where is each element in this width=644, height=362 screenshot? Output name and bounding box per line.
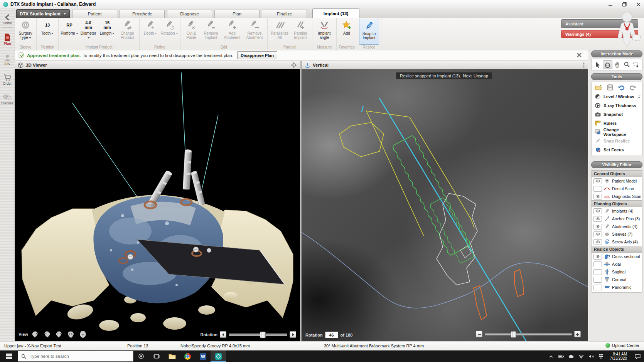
parallelize-all-button[interactable]: Parallelize All <box>270 19 290 45</box>
visibility-checkbox[interactable] <box>593 208 602 214</box>
tab-implant-active[interactable]: Implant (13) <box>312 8 359 18</box>
visibility-checkbox[interactable] <box>593 269 602 275</box>
cut-paste-button[interactable]: Cut & Paste <box>182 19 200 45</box>
tool-set-focus[interactable]: Set Focus <box>592 145 642 154</box>
tool-change-workspace[interactable]: Change Workspace <box>592 127 642 136</box>
tool-rulers[interactable]: Rulers <box>592 119 642 127</box>
tool-level-window[interactable]: Level / Window <box>592 92 642 101</box>
change-product-button[interactable]: Change Product <box>117 19 137 45</box>
reslice-slider-thumb[interactable] <box>511 331 516 338</box>
view-front-button[interactable] <box>66 330 76 339</box>
add-favorite-button[interactable]: Add <box>339 19 355 45</box>
app-menu-button[interactable]: DTX Studio Implant <box>16 9 70 18</box>
snap-to-implant-button[interactable]: Snap to Implant <box>359 19 379 45</box>
rotation-button[interactable]: Rotation <box>160 19 178 45</box>
battery-icon[interactable] <box>556 350 566 362</box>
search-input[interactable] <box>29 354 123 359</box>
task-view-button[interactable] <box>149 350 164 362</box>
view-right-profile-button[interactable] <box>30 330 40 339</box>
tab-finalize[interactable]: Finalize <box>262 10 307 18</box>
sidebar-item-home[interactable]: Home <box>0 8 15 25</box>
tab-prosthetic[interactable]: Prosthetic <box>120 10 165 18</box>
implant-angle-button[interactable]: Implant angle <box>314 19 334 45</box>
zoom-mode-button[interactable] <box>622 60 631 69</box>
banner-close-icon[interactable] <box>575 51 583 59</box>
view-three-quarter-button[interactable] <box>54 330 64 339</box>
sidebar-item-discuss[interactable]: Discuss <box>0 90 15 105</box>
tool-snapshot[interactable]: Snapshot <box>592 110 642 119</box>
tab-diagnose[interactable]: Diagnose <box>167 10 212 18</box>
dropbox-icon[interactable] <box>596 350 606 362</box>
surgery-type-button[interactable]: Surgery Type <box>17 19 34 45</box>
file-explorer-icon[interactable] <box>164 350 180 362</box>
wifi-icon[interactable] <box>576 350 586 362</box>
tooth-button[interactable]: 13 Tooth <box>39 19 56 45</box>
reslice-slider[interactable] <box>485 333 572 335</box>
visibility-checkbox[interactable] <box>593 216 602 222</box>
viewer-3d-header[interactable]: 3D Viewer <box>15 61 300 70</box>
taskbar-search[interactable] <box>18 351 133 362</box>
close-button[interactable] <box>636 2 641 7</box>
remove-abutment-button[interactable]: Remove Abutment <box>244 19 265 45</box>
parallel-implant-button[interactable]: Parallel Implant <box>291 19 310 45</box>
volume-icon[interactable] <box>586 350 596 362</box>
visibility-checkbox[interactable] <box>593 178 602 184</box>
viewer-reslice-header[interactable]: Vertical <box>302 61 588 70</box>
length-button[interactable]: 15 mm Length <box>98 19 116 45</box>
add-abutment-button[interactable]: Add Abutment <box>222 19 243 45</box>
sidebar-item-info[interactable]: Info <box>0 50 15 65</box>
visibility-checkbox[interactable] <box>593 285 602 290</box>
start-button[interactable] <box>0 350 18 362</box>
platform-button[interactable]: RP Platform <box>61 19 78 45</box>
action-center-icon[interactable] <box>631 350 644 362</box>
view-top-button[interactable] <box>78 330 88 339</box>
tab-patient[interactable]: Patient <box>72 10 117 18</box>
depth-button[interactable]: Depth <box>142 19 159 45</box>
visibility-checkbox[interactable] <box>593 194 602 199</box>
taskbar-clock[interactable]: 8:41 AM 7/13/2020 <box>610 352 627 360</box>
view-left-profile-button[interactable] <box>42 330 52 339</box>
visibility-checkbox[interactable] <box>593 186 602 192</box>
region-select-mode-button[interactable] <box>632 60 641 69</box>
rotate-left-button[interactable] <box>220 331 226 338</box>
rotate-mode-button[interactable] <box>603 60 612 69</box>
diameter-button[interactable]: 4.0 mm Diameter <box>79 19 97 45</box>
tool-snap-reslice[interactable]: Snap Reslice <box>592 136 642 145</box>
open-icon[interactable] <box>595 84 602 90</box>
visibility-checkbox[interactable] <box>593 231 602 237</box>
viewer-3d-canvas[interactable]: View Rotation <box>15 69 300 341</box>
rotation-slider-thumb[interactable] <box>260 332 266 338</box>
redo-icon[interactable] <box>629 84 636 90</box>
sidebar-item-plan[interactable]: Plan <box>0 30 15 45</box>
slider-minus-button[interactable] <box>476 331 482 337</box>
remove-implant-button[interactable]: Remove Implant <box>201 19 221 45</box>
snap-unsnap-link[interactable]: Unsnap <box>474 74 488 78</box>
save-icon[interactable] <box>607 84 613 90</box>
undo-icon[interactable] <box>618 84 625 90</box>
sidebar-item-order[interactable]: Order <box>0 70 15 85</box>
snap-next-link[interactable]: Next <box>463 74 472 78</box>
pan-mode-button[interactable] <box>613 60 622 69</box>
visibility-checkbox[interactable] <box>593 277 602 283</box>
cortana-button[interactable] <box>133 350 149 362</box>
rotation-value-input[interactable] <box>325 332 338 338</box>
tray-chevron-icon[interactable] <box>546 350 556 362</box>
chrome-icon[interactable] <box>180 350 195 362</box>
slider-plus-button[interactable] <box>574 331 581 337</box>
minimize-button[interactable] <box>608 2 613 7</box>
tool-xray-thickness[interactable]: X-ray Thickness <box>592 101 642 110</box>
upload-center-button[interactable]: Upload Center <box>605 343 639 348</box>
move-viewer-icon[interactable] <box>291 62 297 68</box>
rotation-slider-3d[interactable] <box>229 334 287 336</box>
onedrive-icon[interactable] <box>566 350 576 362</box>
dtx-studio-icon[interactable] <box>211 350 226 362</box>
select-mode-button[interactable] <box>593 60 602 69</box>
level-window-dropdown-icon[interactable] <box>638 95 641 98</box>
viewer-menu-icon[interactable] <box>583 62 585 68</box>
visibility-checkbox[interactable] <box>593 254 602 260</box>
rotate-right-button[interactable] <box>290 331 296 338</box>
visibility-checkbox[interactable] <box>593 224 602 230</box>
word-icon[interactable]: W <box>195 350 211 362</box>
maximize-button[interactable] <box>622 2 627 7</box>
visibility-checkbox[interactable] <box>593 261 602 267</box>
